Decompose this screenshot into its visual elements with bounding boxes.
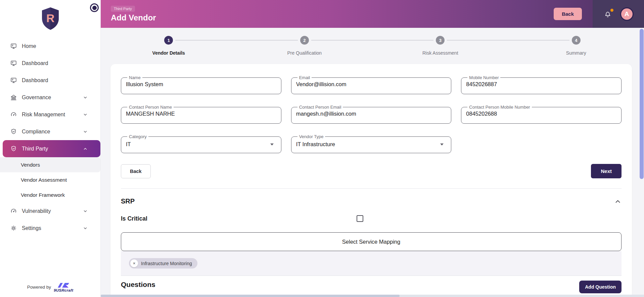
vendor-form-card: Name Email Mobile Number Contact Person …	[110, 64, 632, 297]
step-pre-qualification[interactable]: 2 Pre Qualification	[237, 28, 373, 64]
contact-person-email-field: Contact Person Email	[291, 105, 452, 124]
contact-person-email-input[interactable]	[295, 110, 447, 117]
topbar-right: A	[593, 0, 644, 28]
sidebar-nav: Home Dashboard Dashboard Governance	[0, 38, 100, 237]
sidebar-item-label: Governance	[22, 95, 51, 101]
add-question-button[interactable]: Add Question	[579, 281, 622, 293]
sidebar-item-dashboard-1[interactable]: Dashboard	[0, 55, 100, 72]
vertical-scrollbar[interactable]	[640, 29, 644, 179]
horizontal-scrollbar[interactable]	[101, 295, 644, 297]
chevron-down-icon[interactable]	[83, 95, 88, 100]
service-mapping-chip: × Infrastructure Monitoring	[129, 258, 197, 269]
chip-label: Infrastructure Monitoring	[141, 261, 192, 266]
caret-down-icon	[440, 143, 444, 145]
shield-check-icon	[10, 145, 17, 152]
step-number: 1	[164, 36, 173, 45]
stepper: 1 Vendor Details 2 Pre Qualification 3 R…	[101, 28, 644, 64]
step-summary[interactable]: 4 Summary	[508, 28, 644, 64]
contact-person-mobile-field: Contact Person Mobile Number	[461, 105, 622, 124]
toggle-dot	[92, 6, 97, 10]
brand-name: 9USRcraft	[54, 289, 73, 293]
service-mapping-placeholder: Select Service Mapping	[342, 239, 400, 245]
sidebar-item-label: Dashboard	[22, 60, 48, 66]
chevron-down-icon[interactable]	[83, 129, 88, 134]
contact-person-name-input[interactable]	[125, 110, 277, 117]
shield-check-icon	[10, 128, 17, 135]
vendor-type-select[interactable]: Vendor Type IT Infrastructure	[291, 134, 452, 153]
vendor-form: Name Email Mobile Number Contact Person …	[121, 75, 622, 153]
header-titles: Third Party Add Vendor	[101, 6, 156, 22]
field-label: Mobile Number	[467, 75, 500, 80]
sidebar: R Home Dashboard Dashboard	[0, 0, 101, 297]
sidebar-item-governance[interactable]: Governance	[0, 89, 100, 106]
notification-badge	[610, 9, 613, 12]
step-vendor-details[interactable]: 1 Vendor Details	[101, 28, 237, 64]
gauge-icon	[10, 207, 17, 215]
email-input[interactable]	[295, 80, 447, 87]
sidebar-item-settings[interactable]: Settings	[0, 220, 100, 237]
breadcrumb: Third Party	[111, 6, 135, 12]
step-number: 3	[436, 36, 445, 45]
form-back-button[interactable]: Back	[121, 164, 151, 178]
sidebar-item-vendor-framework[interactable]: Vendor Framework	[0, 187, 100, 202]
main-area: Third Party Add Vendor Back A 1	[101, 0, 644, 297]
sidebar-item-vendor-assessment[interactable]: Vendor Assessment	[0, 172, 100, 187]
content-area: 1 Vendor Details 2 Pre Qualification 3 R…	[101, 28, 644, 297]
step-risk-assessment[interactable]: 3 Risk Assessment	[372, 28, 508, 64]
header-back-button[interactable]: Back	[554, 8, 582, 20]
horizontal-scrollbar-thumb[interactable]	[101, 295, 400, 297]
step-label: Pre Qualification	[287, 50, 322, 56]
category-value: IT	[126, 141, 131, 147]
contact-person-name-field: Contact Person Name	[121, 105, 281, 124]
mobile-number-field: Mobile Number	[461, 75, 622, 94]
page-header: Third Party Add Vendor Back A	[101, 0, 644, 28]
sidebar-item-vulnerability[interactable]: Vulnerability	[0, 202, 100, 220]
sidebar-item-compliance[interactable]: Compliance	[0, 123, 100, 140]
srp-title: SRP	[121, 197, 135, 205]
category-select[interactable]: Category IT	[121, 134, 281, 153]
gear-icon	[10, 225, 17, 232]
chevron-up-icon[interactable]	[614, 198, 622, 205]
sidebar-item-label: Compliance	[22, 129, 50, 135]
step-label: Vendor Details	[152, 50, 185, 56]
sidebar-item-label: Vulnerability	[22, 208, 51, 214]
bank-icon	[10, 94, 17, 101]
form-next-button[interactable]: Next	[591, 164, 622, 178]
sidebar-item-third-party[interactable]: Third Party	[3, 140, 100, 157]
sidebar-subitem-label: Vendor Framework	[21, 192, 65, 198]
name-input[interactable]	[125, 80, 277, 87]
vendor-type-value: IT Infrastructure	[296, 141, 335, 147]
sidebar-item-risk-management[interactable]: Risk Management	[0, 106, 100, 123]
chevron-down-icon[interactable]	[83, 112, 88, 117]
chevron-up-icon[interactable]	[83, 146, 88, 151]
chip-remove-button[interactable]: ×	[130, 259, 138, 267]
sidebar-subitem-label: Vendor Assessment	[21, 177, 67, 183]
sidebar-item-home[interactable]: Home	[0, 38, 100, 55]
sidebar-collapse-toggle[interactable]	[90, 3, 99, 12]
questions-title: Questions	[121, 281, 155, 289]
srp-section-header: SRP	[121, 197, 622, 205]
sidebar-item-vendors[interactable]: Vendors	[0, 157, 100, 172]
sidebar-item-label: Risk Management	[22, 112, 65, 118]
section-divider	[121, 188, 622, 189]
field-label: Vendor Type	[297, 134, 325, 139]
avatar[interactable]: A	[620, 7, 634, 21]
notifications-button[interactable]	[603, 10, 612, 18]
step-label: Summary	[566, 50, 586, 56]
sidebar-subitem-label: Vendors	[21, 162, 40, 168]
field-label: Contact Person Name	[127, 105, 174, 110]
chevron-down-icon[interactable]	[83, 209, 88, 214]
monitor-icon	[10, 77, 17, 84]
questions-section-header: Questions Add Question	[121, 281, 622, 293]
sidebar-item-label: Dashboard	[22, 77, 48, 83]
mobile-number-input[interactable]	[465, 80, 617, 87]
sidebar-item-dashboard-2[interactable]: Dashboard	[0, 72, 100, 89]
powered-by: Powered by 9USRcraft	[0, 282, 100, 293]
field-label: Contact Person Mobile Number	[467, 105, 532, 110]
contact-person-mobile-input[interactable]	[465, 110, 617, 117]
monitor-icon	[10, 60, 17, 67]
service-mapping-select[interactable]: Select Service Mapping	[121, 232, 622, 251]
chevron-down-icon[interactable]	[83, 226, 88, 231]
app-logo: R	[0, 0, 100, 38]
is-critical-checkbox[interactable]	[357, 215, 363, 222]
